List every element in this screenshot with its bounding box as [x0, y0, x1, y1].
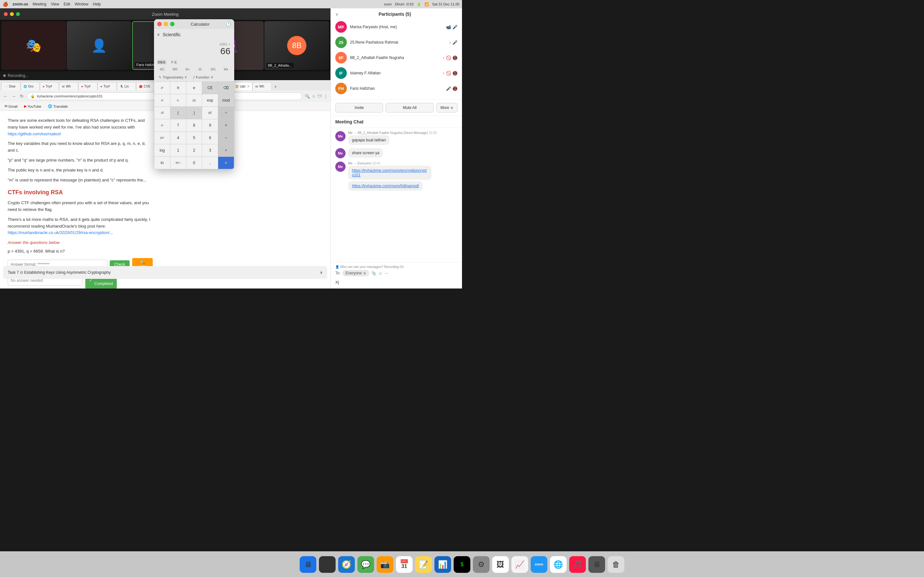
chat-input[interactable]: [335, 278, 457, 286]
menu-help[interactable]: Help: [93, 2, 101, 6]
menu-view[interactable]: View: [51, 2, 59, 6]
calc-mr-btn[interactable]: MR: [170, 67, 181, 72]
calc-mplus-btn[interactable]: M+: [182, 67, 194, 72]
calc-key-ln[interactable]: ln: [154, 157, 170, 169]
video-tile-2[interactable]: 👤: [67, 21, 132, 70]
calc-key-plus[interactable]: +: [218, 144, 234, 156]
nav-back[interactable]: ←: [3, 93, 8, 99]
calc-key-sqrt[interactable]: √x̄: [154, 107, 170, 119]
calc-key-10x[interactable]: 10ˣ: [154, 132, 170, 144]
rsatool-link[interactable]: https://github.com/ius/rsatool: [8, 131, 61, 136]
chat-to-selector[interactable]: Everyone ∨: [342, 270, 369, 276]
calc-key-nfact[interactable]: n!: [202, 107, 218, 119]
calc-key-e[interactable]: e: [186, 82, 202, 94]
browser-shield-icon[interactable]: 🛡: [318, 94, 322, 99]
apple-icon[interactable]: 🍎: [3, 2, 8, 7]
calc-key-6[interactable]: 6: [202, 132, 218, 144]
calc-key-backspace[interactable]: ⌫: [218, 82, 234, 94]
bookmark-translate[interactable]: 🌐 Translate: [46, 103, 69, 109]
calc-deg-btn[interactable]: DEG: [157, 60, 167, 65]
task-row[interactable]: Task 7 ⊙ Establishing Keys Using Asymmet…: [3, 266, 327, 279]
tab-lin[interactable]: 🐧Lin: [117, 82, 136, 90]
browser-star-icon[interactable]: ☆: [312, 94, 316, 99]
bookmark-youtube[interactable]: ▶ YouTube: [22, 103, 43, 109]
calc-mv-btn[interactable]: M▾: [220, 67, 232, 72]
calc-key-2n[interactable]: 2ⁿ: [154, 82, 170, 94]
calc-key-8[interactable]: 8: [186, 119, 202, 131]
calc-key-dot[interactable]: ,: [202, 157, 218, 169]
tab-wh2[interactable]: WWh: [252, 82, 272, 90]
chat-link-1[interactable]: https://tryhackme.com/room/encryptioncry…: [352, 168, 427, 177]
answer-heading: Answer the questions below: [8, 239, 153, 246]
tab-try1[interactable]: ●Try#: [40, 82, 59, 90]
calc-close-btn[interactable]: [157, 22, 162, 26]
calc-key-mul[interactable]: ×: [218, 119, 234, 131]
calc-key-equals[interactable]: =: [218, 157, 234, 169]
calc-key-xy[interactable]: xʸ: [154, 119, 170, 131]
window-max-btn[interactable]: [16, 12, 20, 16]
tab-wh[interactable]: WWh: [59, 82, 78, 90]
calc-key-ce[interactable]: CE: [202, 82, 218, 94]
tab-cve[interactable]: 🔴CVE: [136, 82, 155, 90]
calc-key-2[interactable]: 2: [186, 144, 202, 156]
calc-key-negate[interactable]: +/−: [170, 157, 186, 169]
calc-key-mod[interactable]: mod: [218, 94, 234, 106]
video-tile-8b[interactable]: 8B 8B_2_Athalla...: [264, 21, 329, 70]
calc-key-0[interactable]: 0: [186, 157, 202, 169]
window-close-btn[interactable]: [4, 12, 8, 16]
tab-try3[interactable]: ●Try#: [97, 82, 117, 90]
menu-window[interactable]: Window: [75, 2, 89, 6]
tab-dow[interactable]: 📄Dow: [1, 82, 21, 90]
calc-key-log[interactable]: log: [154, 144, 170, 156]
chat-bubble-container-1: Me → 8B_2_Athallah Faathir Nugraha (Dire…: [348, 131, 457, 145]
calc-mc-btn[interactable]: MC: [157, 67, 168, 72]
video-tile-1[interactable]: 🎭: [1, 21, 66, 70]
calc-ms-btn[interactable]: MS: [208, 67, 219, 72]
calc-key-x2[interactable]: x²: [154, 94, 170, 106]
calc-key-7[interactable]: 7: [170, 119, 186, 131]
participants-collapse-icon[interactable]: ∨: [335, 11, 338, 17]
calc-key-pi[interactable]: π: [170, 82, 186, 94]
calc-key-1[interactable]: 1: [170, 144, 186, 156]
func-chevron: ∨: [211, 75, 213, 79]
chat-link-2[interactable]: https://tryhackme.com/room/follinamsdt: [352, 184, 419, 188]
menu-meeting[interactable]: Meeting: [33, 2, 47, 6]
calc-min-btn[interactable]: [164, 22, 168, 26]
calc-key-minus[interactable]: −: [218, 132, 234, 144]
calc-history-icon[interactable]: 🕐: [226, 21, 231, 27]
window-min-btn[interactable]: [10, 12, 14, 16]
calc-key-rparen[interactable]: ): [186, 107, 202, 119]
chat-emoji-icon[interactable]: ☺: [378, 271, 383, 276]
more-button[interactable]: More ∨: [436, 103, 457, 113]
tab-calc[interactable]: 🧮calc✕: [232, 82, 252, 90]
calc-key-3[interactable]: 3: [202, 144, 218, 156]
calc-key-4[interactable]: 4: [170, 132, 186, 144]
tab-gro[interactable]: 🌐Gro: [21, 82, 40, 90]
mute-all-button[interactable]: Mute All: [386, 103, 433, 113]
calc-key-abs[interactable]: |x|: [186, 94, 202, 106]
chat-file-icon[interactable]: 📎: [371, 271, 376, 276]
calc-key-div[interactable]: ÷: [218, 107, 234, 119]
calc-key-exp[interactable]: exp: [202, 94, 218, 106]
calc-fe-btn[interactable]: F-E: [170, 60, 178, 65]
tab-try2[interactable]: ●Try#: [78, 82, 97, 90]
calc-key-recip[interactable]: ¹⁄ₓ: [170, 94, 186, 106]
chat-more-icon[interactable]: ⋯: [384, 271, 389, 276]
bookmark-gmail[interactable]: ✉ Gmail: [3, 103, 19, 109]
new-tab-button[interactable]: +: [272, 83, 279, 90]
calc-func-btn[interactable]: 𝑓 Function ∨: [192, 74, 215, 80]
nav-refresh[interactable]: ↻: [19, 93, 24, 99]
calc-max-btn[interactable]: [170, 22, 174, 26]
calc-key-9[interactable]: 9: [202, 119, 218, 131]
calc-mminus-btn[interactable]: M-: [195, 67, 206, 72]
browser-menu-icon[interactable]: ⋮: [324, 94, 328, 99]
calc-key-lparen[interactable]: (: [170, 107, 186, 119]
menu-edit[interactable]: Edit: [63, 2, 70, 6]
rsa-link[interactable]: https://muirlandoracle.co.uk/2020/01/29/…: [8, 230, 110, 235]
browser-search-icon[interactable]: 🔍: [305, 94, 310, 99]
invite-button[interactable]: Invite: [335, 103, 383, 113]
calc-trig-btn[interactable]: ∿ Trigonometry ∨: [157, 74, 189, 80]
nav-forward[interactable]: →: [11, 93, 17, 99]
calc-key-5[interactable]: 5: [186, 132, 202, 144]
menu-app-name[interactable]: zoom.us: [13, 2, 28, 6]
